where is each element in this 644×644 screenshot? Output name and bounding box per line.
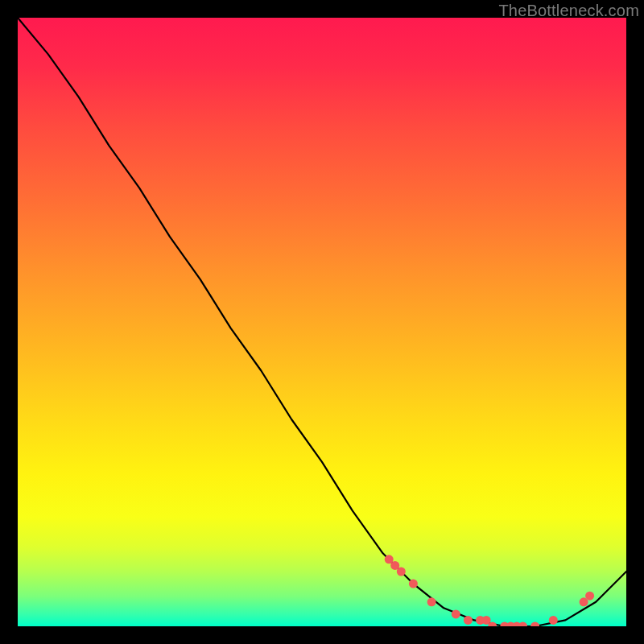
data-marker [530, 622, 539, 627]
marker-group [385, 555, 594, 626]
data-marker [452, 609, 460, 618]
data-marker [427, 597, 436, 606]
data-marker [397, 568, 406, 576]
data-marker [585, 592, 594, 601]
curve-layer [18, 18, 626, 626]
plot-area [18, 18, 626, 626]
data-marker [409, 580, 418, 588]
data-marker [549, 616, 558, 625]
data-marker [518, 622, 527, 627]
chart-stage: TheBottleneck.com [0, 0, 644, 644]
bottleneck-curve [18, 18, 626, 626]
data-marker [464, 616, 473, 625]
